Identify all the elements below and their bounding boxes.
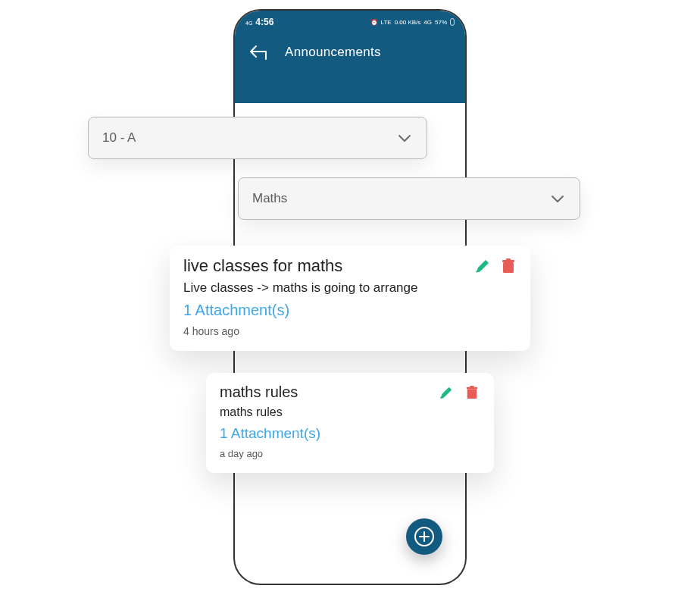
subject-dropdown[interactable]: Maths [238,177,580,220]
svg-rect-1 [503,262,514,273]
section-dropdown[interactable]: 10 - A [88,117,427,159]
pencil-icon[interactable] [474,258,491,274]
signal-label: 4G [245,20,252,26]
card-actions [474,258,517,274]
chevron-down-icon [549,190,566,207]
attachments-link[interactable]: 1 Attachment(s) [183,302,517,319]
card-header: maths rules [220,384,480,401]
announcement-title: live classes for maths [183,256,342,276]
announcement-title: maths rules [220,384,298,401]
announcement-description: Live classes -> maths is going to arrang… [183,280,517,296]
card-actions [438,384,480,401]
attachments-link[interactable]: 1 Attachment(s) [220,425,480,442]
subject-dropdown-value: Maths [252,191,287,206]
alarm-icon: ⏰ [370,19,378,26]
status-bar: 4G 4:56 ⏰ LTE 0.00 KB/s 4G 57% [235,11,465,27]
svg-rect-3 [506,258,511,261]
announcement-description: maths rules [220,405,480,419]
page-title: Announcements [285,45,381,60]
add-announcement-button[interactable] [406,518,442,555]
time-ago: 4 hours ago [183,325,517,337]
battery-pct: 57% [435,19,447,26]
announcement-card[interactable]: live classes for maths Live classes -> m… [170,246,530,351]
svg-rect-5 [467,389,477,399]
status-left: 4G 4:56 [245,17,273,27]
trash-icon[interactable] [464,384,480,401]
card-header: live classes for maths [183,256,517,276]
time-ago: a day ago [220,448,480,459]
svg-rect-0 [476,271,480,273]
svg-rect-4 [440,396,444,399]
chevron-down-icon [396,130,413,146]
status-right: ⏰ LTE 0.00 KB/s 4G 57% [370,18,455,26]
section-dropdown-value: 10 - A [102,130,136,146]
net-type: 4G [423,19,432,26]
plus-circle-icon [414,526,435,547]
back-icon[interactable] [248,44,268,61]
trash-icon[interactable] [500,258,517,274]
app-header: 4G 4:56 ⏰ LTE 0.00 KB/s 4G 57% Announcem… [235,11,465,103]
net-speed: 0.00 KB/s [395,19,421,26]
header-title-row: Announcements [235,27,465,61]
svg-rect-7 [470,386,473,387]
clock-time: 4:56 [255,17,273,27]
battery-icon [450,18,455,26]
lte-label: LTE [381,19,392,26]
announcement-card[interactable]: maths rules maths rules 1 Attachment(s) … [206,373,494,473]
pencil-icon[interactable] [438,384,455,401]
